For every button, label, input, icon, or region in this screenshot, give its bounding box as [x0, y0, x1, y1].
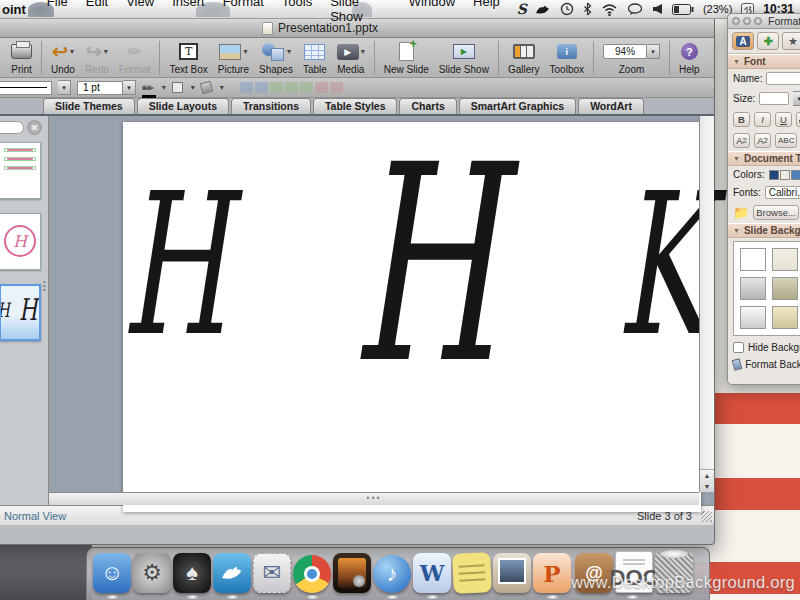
font-size-stepper[interactable]: ▾ — [793, 91, 800, 106]
tab-slide-layouts[interactable]: Slide Layouts — [137, 98, 229, 114]
picture-button[interactable]: ▾Picture — [213, 40, 254, 75]
border-style-dropdown[interactable]: ▾ — [191, 83, 195, 92]
background-swatch[interactable] — [740, 306, 766, 329]
border-style-icon[interactable] — [172, 82, 183, 93]
toolbox-button[interactable]: iToolbox — [545, 40, 589, 75]
close-icon[interactable] — [732, 17, 740, 25]
app-menu-powerpoint[interactable]: oint — [0, 2, 38, 17]
vertical-scrollbar[interactable]: ▲▼ — [699, 116, 714, 492]
line-weight-dropdown[interactable]: ▾ — [123, 80, 136, 95]
document-theme-section-header[interactable]: ▼Document Theme — [728, 151, 800, 166]
volume-icon[interactable] — [652, 3, 663, 15]
dock-icon-iphoto[interactable] — [333, 553, 371, 593]
chat-bubble-icon[interactable] — [627, 3, 643, 16]
background-swatch[interactable] — [772, 306, 798, 329]
slide-thumbnail-1[interactable] — [0, 142, 41, 199]
dock-icon-system-preferences[interactable]: ⚙ — [133, 553, 171, 593]
font-section-header[interactable]: ▼Font — [728, 54, 800, 69]
fill-color-icon[interactable] — [200, 81, 213, 94]
dock-icon-chrome[interactable] — [293, 555, 331, 593]
text-box-button[interactable]: TText Box — [164, 40, 212, 75]
slide-canvas[interactable]: HHK — [123, 122, 701, 512]
slide-thumbnail-2[interactable]: H — [0, 213, 41, 270]
theme-color-swatch[interactable] — [780, 170, 790, 180]
font-a-icon[interactable]: A — [732, 32, 754, 50]
slide-show-button[interactable]: ▶Slide Show — [434, 40, 494, 75]
time-machine-icon[interactable] — [560, 2, 574, 16]
background-swatch[interactable] — [740, 277, 766, 300]
menu-help[interactable]: Help — [464, 0, 509, 24]
shapes-button[interactable]: ▾Shapes — [254, 40, 298, 75]
theme-color-swatch[interactable] — [769, 170, 779, 180]
dock-icon-stickies[interactable] — [453, 553, 491, 593]
style-button-abc[interactable]: ABC — [796, 112, 800, 127]
background-swatch[interactable] — [740, 248, 766, 271]
new-slide-button[interactable]: New Slide — [379, 40, 434, 75]
quick-styles-star-icon[interactable]: ★ — [782, 32, 800, 50]
menu-slide-show[interactable]: Slide Show — [321, 0, 400, 24]
dock-icon-card-game[interactable]: ♠ — [173, 553, 211, 593]
print-button[interactable]: Print — [6, 40, 37, 75]
palette-title-bar[interactable]: Formatting — [728, 14, 800, 29]
add-object-icon[interactable]: ✚ — [757, 32, 779, 50]
style-button-b[interactable]: B — [733, 112, 750, 127]
line-style-select[interactable] — [0, 81, 52, 95]
effect-button-a2-superscript[interactable]: A2 — [733, 133, 750, 148]
script-menu-icon[interactable]: S — [509, 1, 535, 17]
zoom-button[interactable]: 94%▾Zoom — [598, 40, 665, 75]
monogram-text[interactable]: HHK — [123, 150, 701, 380]
media-button[interactable]: ▶▾Media — [332, 40, 370, 75]
twitter-bird-icon[interactable] — [535, 3, 551, 16]
tab-transitions[interactable]: Transitions — [231, 98, 311, 114]
menu-file[interactable]: File — [38, 0, 77, 24]
slide-background-section-header[interactable]: ▼Slide Background — [728, 223, 800, 238]
hide-background-checkbox[interactable] — [733, 342, 744, 353]
help-button[interactable]: ?Help — [674, 40, 705, 75]
menu-edit[interactable]: Edit — [77, 0, 117, 24]
background-swatch[interactable] — [772, 248, 798, 271]
fill-color-dropdown[interactable]: ▾ — [220, 83, 224, 92]
dock-icon-finder[interactable]: ☺ — [93, 553, 131, 593]
window-resize-grip[interactable] — [701, 511, 712, 522]
menu-format[interactable]: Format — [214, 0, 273, 24]
scroll-arrows[interactable]: ▲▼ — [700, 469, 714, 492]
horizontal-scrollbar[interactable]: ••• — [49, 492, 699, 505]
wifi-icon[interactable] — [601, 3, 618, 16]
line-color-pencil-icon[interactable]: ✏ — [142, 80, 154, 96]
style-button-u[interactable]: U — [775, 112, 792, 127]
dock-icon-twitter[interactable] — [213, 553, 251, 593]
background-swatch[interactable] — [772, 277, 798, 300]
table-button[interactable]: Table — [298, 40, 332, 75]
minimize-icon[interactable] — [743, 17, 751, 25]
format-background-button[interactable]: Format Background — [745, 359, 800, 370]
gallery-button[interactable]: Gallery — [503, 40, 545, 75]
dock-icon-itunes[interactable]: ♪ — [373, 555, 411, 593]
format-button[interactable]: ✏Format — [114, 40, 156, 75]
menu-tools[interactable]: Tools — [273, 0, 321, 24]
sidebar-search-field[interactable] — [0, 121, 24, 134]
font-size-field[interactable] — [759, 92, 789, 105]
tab-slide-themes[interactable]: Slide Themes — [43, 98, 135, 114]
view-mode-label[interactable]: Normal View — [4, 510, 66, 522]
undo-button[interactable]: ↩▾Undo — [46, 40, 80, 75]
zoom-icon[interactable] — [754, 17, 762, 25]
browse-button[interactable]: Browse... — [753, 205, 799, 220]
menu-insert[interactable]: Insert — [163, 0, 214, 24]
line-color-dropdown[interactable]: ▾ — [162, 83, 166, 92]
tab-wordart[interactable]: WordArt — [578, 98, 644, 114]
effect-button-a2-subscript[interactable]: A2 — [754, 133, 771, 148]
line-weight-select[interactable]: 1 pt — [77, 81, 123, 95]
battery-icon[interactable] — [672, 4, 694, 15]
menu-view[interactable]: View — [117, 0, 163, 24]
sidebar-close-icon[interactable]: ✕ — [27, 120, 42, 135]
menu-window[interactable]: Window — [400, 0, 464, 24]
theme-color-swatch[interactable] — [791, 170, 800, 180]
dock-icon-word[interactable]: W — [413, 553, 451, 593]
dock-icon-powerpoint[interactable]: P — [533, 553, 571, 593]
dock-icon-mail[interactable]: ✉ — [253, 553, 291, 593]
dock-icon-photo-booth[interactable] — [493, 553, 531, 593]
style-button-i[interactable]: I — [754, 112, 771, 127]
line-style-dropdown[interactable]: ▾ — [58, 80, 71, 95]
redo-button[interactable]: ↪▾Redo — [80, 40, 114, 75]
bluetooth-icon[interactable] — [583, 2, 592, 16]
